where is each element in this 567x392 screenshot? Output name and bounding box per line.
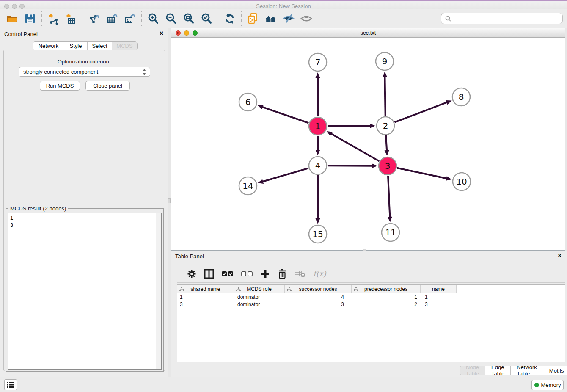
memory-button[interactable]: Memory	[531, 380, 564, 390]
tab-style[interactable]: Style	[64, 42, 88, 50]
split-columns-icon[interactable]	[204, 268, 214, 279]
graph-edge-3-11[interactable]	[388, 176, 390, 218]
column-header-successor-nodes[interactable]: successor nodes	[285, 285, 352, 293]
close-panel-icon[interactable]: ×	[160, 30, 163, 37]
import-table-icon[interactable]	[64, 12, 78, 25]
graph-node-8[interactable]: 8	[452, 88, 470, 106]
table-cell[interactable]: 3	[285, 301, 352, 307]
table-toolbar: f(x)	[177, 265, 565, 283]
search-field[interactable]	[441, 13, 563, 24]
graph-edge-2-8[interactable]	[395, 102, 448, 122]
delete-column-icon[interactable]	[278, 268, 287, 279]
tab-mcds[interactable]: MCDS	[112, 42, 137, 50]
table-cell[interactable]: 3	[421, 301, 457, 307]
home-icon[interactable]	[264, 12, 278, 25]
export-image-icon[interactable]	[123, 12, 137, 25]
column-header-shared-name[interactable]: shared name	[177, 285, 234, 293]
graph-edge-1-6[interactable]	[262, 107, 308, 123]
save-icon[interactable]	[23, 12, 37, 25]
mcds-result-textarea[interactable]: 1 3	[8, 213, 162, 370]
tab-select[interactable]: Select	[88, 42, 112, 50]
table-row[interactable]: 1dominator411	[177, 293, 565, 301]
tab-network[interactable]: Network	[33, 42, 64, 50]
tree-icon	[236, 287, 241, 292]
result-scrollbar[interactable]	[156, 213, 161, 369]
copy-network-icon[interactable]	[246, 12, 260, 25]
settings-gear-icon[interactable]	[187, 268, 196, 279]
table-cell[interactable]: dominator	[234, 301, 285, 307]
zoom-out-icon[interactable]	[164, 12, 178, 25]
graph-node-3[interactable]: 3	[379, 157, 396, 175]
panel-splitter-handle[interactable]	[168, 198, 171, 203]
export-table-icon[interactable]	[105, 12, 119, 25]
graph-edge-4-3[interactable]	[328, 166, 373, 166]
run-mcds-button[interactable]: Run MCDS	[40, 81, 80, 91]
column-header-mcds-role[interactable]: MCDS role	[234, 285, 285, 293]
column-header-predecessor-nodes[interactable]: predecessor nodes	[352, 285, 421, 293]
graph-edge-3-1[interactable]	[330, 133, 379, 161]
tab-network-table[interactable]: Network Table	[511, 366, 543, 375]
graph-edge-4-14[interactable]	[262, 168, 308, 182]
graph-edge-2-9[interactable]	[385, 76, 385, 116]
graph-node-9[interactable]: 9	[376, 52, 394, 70]
search-input[interactable]	[452, 15, 562, 22]
import-network-icon[interactable]	[47, 12, 60, 25]
add-column-icon[interactable]	[261, 268, 270, 279]
select-all-checkboxes-icon[interactable]	[222, 268, 234, 279]
close-panel-button[interactable]: Close panel	[85, 81, 130, 91]
graph-node-14[interactable]: 14	[239, 177, 257, 195]
table-cell[interactable]: 3	[177, 301, 234, 307]
delete-table-icon[interactable]	[295, 268, 306, 279]
graph-node-6[interactable]: 6	[239, 93, 257, 111]
refresh-icon[interactable]	[223, 12, 237, 25]
graph-node-7[interactable]: 7	[309, 53, 327, 71]
graph-edge-3-10[interactable]	[397, 168, 447, 179]
table-cell[interactable]: 1	[352, 294, 421, 300]
column-header-filler	[457, 285, 565, 293]
graph-node-15[interactable]: 15	[309, 225, 327, 243]
float-panel-icon[interactable]	[152, 32, 156, 36]
eye-icon[interactable]	[300, 12, 313, 25]
network-canvas[interactable]: 7968124314101511	[171, 38, 565, 250]
zoom-selected-icon[interactable]	[200, 12, 213, 25]
column-header-name[interactable]: name	[421, 285, 457, 293]
close-table-panel-icon[interactable]: ×	[558, 252, 561, 259]
table-cell[interactable]: 1	[421, 294, 457, 300]
graph-node-4[interactable]: 4	[309, 157, 327, 174]
zoom-in-icon[interactable]	[146, 12, 160, 25]
table-cell[interactable]: 2	[352, 301, 421, 307]
export-network-icon[interactable]	[88, 12, 101, 25]
table-cell[interactable]: 1	[177, 294, 234, 300]
svg-text:2: 2	[383, 121, 388, 131]
network-graph[interactable]: 7968124314101511	[171, 38, 565, 250]
graph-edge-arrow	[316, 150, 320, 155]
node-table: shared name MCDS role successor nodes pr…	[177, 284, 565, 362]
graph-node-10[interactable]: 10	[453, 173, 471, 190]
table-cell[interactable]: 4	[285, 294, 352, 300]
graph-node-1[interactable]: 1	[309, 117, 327, 135]
tab-edge-table[interactable]: Edge Table	[485, 366, 511, 375]
graph-edge-2-3[interactable]	[386, 135, 387, 151]
table-row[interactable]: 3dominator323	[177, 301, 565, 308]
graph-edge-arrow	[258, 105, 264, 109]
eye-slash-icon[interactable]	[282, 12, 295, 25]
open-folder-icon[interactable]	[6, 12, 19, 25]
graph-edge-arrow	[258, 179, 264, 184]
svg-text:6: 6	[245, 97, 251, 107]
search-icon	[444, 14, 452, 23]
graph-node-11[interactable]: 11	[382, 224, 399, 241]
selected-option: strongly connected component	[23, 69, 98, 75]
graph-node-2[interactable]: 2	[377, 117, 394, 135]
float-table-panel-icon[interactable]	[550, 254, 554, 258]
zoom-fit-icon[interactable]	[182, 12, 195, 25]
optimization-criterion-select[interactable]: strongly connected component	[19, 67, 150, 77]
svg-text:8: 8	[459, 92, 464, 102]
graph-edge-1-2[interactable]	[328, 126, 371, 126]
graph-edge-arrow	[372, 163, 377, 168]
tab-motifs[interactable]: Motifs	[543, 366, 567, 375]
function-builder-icon[interactable]: f(x)	[313, 268, 326, 279]
show-panels-button[interactable]	[4, 379, 17, 390]
tab-node-table[interactable]: Node Table	[460, 366, 485, 375]
deselect-all-checkboxes-icon[interactable]	[241, 268, 253, 279]
table-cell[interactable]: dominator	[234, 294, 285, 300]
